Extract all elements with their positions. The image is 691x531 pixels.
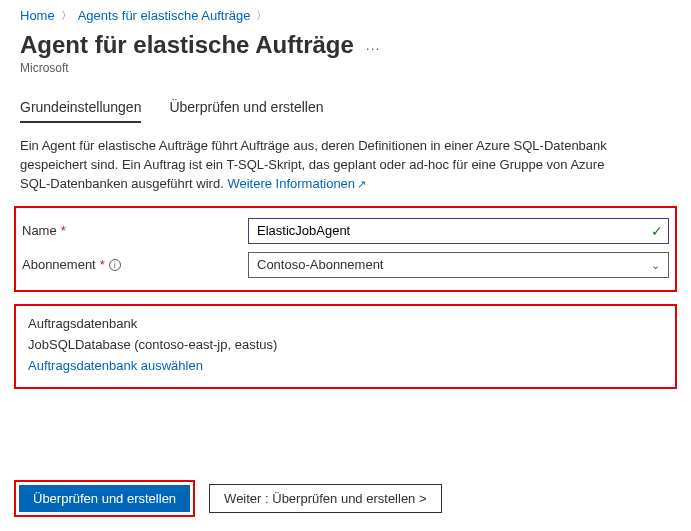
name-label: Name * bbox=[22, 223, 248, 238]
subscription-label: Abonnement * i bbox=[22, 257, 248, 272]
form-section: Name * ✓ Abonnement * i Contoso-Abonneme… bbox=[14, 206, 677, 292]
subscription-select[interactable]: Contoso-Abonnement ⌄ bbox=[248, 252, 669, 278]
breadcrumb-home[interactable]: Home bbox=[20, 8, 55, 23]
select-job-database-link[interactable]: Auftragsdatenbank auswählen bbox=[28, 358, 203, 373]
job-database-value: JobSQLDatabase (contoso-east-jp, eastus) bbox=[28, 337, 663, 352]
info-icon[interactable]: i bbox=[109, 259, 121, 271]
breadcrumb-parent[interactable]: Agents für elastische Aufträge bbox=[78, 8, 251, 23]
tab-basics[interactable]: Grundeinstellungen bbox=[20, 99, 141, 123]
chevron-down-icon: ⌄ bbox=[651, 258, 660, 271]
publisher-label: Microsoft bbox=[20, 61, 671, 75]
required-indicator: * bbox=[100, 257, 105, 272]
footer-actions: Überprüfen und erstellen Weiter : Überpr… bbox=[0, 470, 691, 531]
row-subscription: Abonnement * i Contoso-Abonnement ⌄ bbox=[22, 248, 669, 282]
row-name: Name * ✓ bbox=[22, 214, 669, 248]
learn-more-link[interactable]: Weitere Informationen↗ bbox=[227, 176, 366, 191]
chevron-right-icon: 〉 bbox=[61, 8, 72, 23]
tab-review[interactable]: Überprüfen und erstellen bbox=[169, 99, 323, 123]
subscription-label-text: Abonnement bbox=[22, 257, 96, 272]
job-database-heading: Auftragsdatenbank bbox=[28, 316, 663, 331]
description-text: Ein Agent für elastische Aufträge führt … bbox=[0, 123, 650, 198]
external-link-icon: ↗ bbox=[357, 178, 366, 190]
page-title: Agent für elastische Aufträge bbox=[20, 31, 354, 59]
name-input[interactable] bbox=[248, 218, 669, 244]
page-header: Agent für elastische Aufträge ··· Micros… bbox=[0, 27, 691, 81]
learn-more-label: Weitere Informationen bbox=[227, 176, 355, 191]
name-label-text: Name bbox=[22, 223, 57, 238]
next-button[interactable]: Weiter : Überprüfen und erstellen > bbox=[209, 484, 441, 513]
subscription-value: Contoso-Abonnement bbox=[257, 257, 383, 272]
tab-bar: Grundeinstellungen Überprüfen und erstel… bbox=[0, 81, 691, 123]
primary-button-highlight: Überprüfen und erstellen bbox=[14, 480, 195, 517]
required-indicator: * bbox=[61, 223, 66, 238]
more-actions-icon[interactable]: ··· bbox=[366, 40, 381, 56]
job-database-section: Auftragsdatenbank JobSQLDatabase (contos… bbox=[14, 304, 677, 389]
breadcrumb: Home 〉 Agents für elastische Aufträge 〉 bbox=[0, 0, 691, 27]
review-create-button[interactable]: Überprüfen und erstellen bbox=[19, 485, 190, 512]
chevron-right-icon: 〉 bbox=[256, 8, 267, 23]
